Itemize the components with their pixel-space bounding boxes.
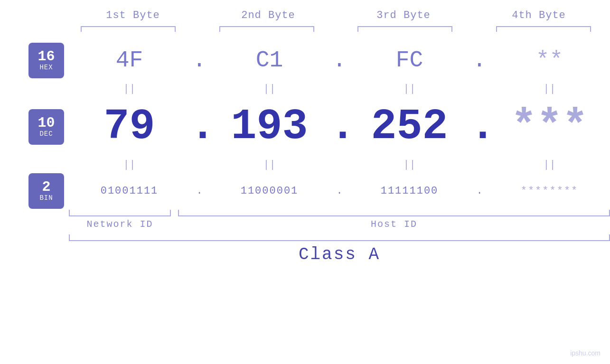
bracket-network-id <box>69 210 171 216</box>
dec-badge-label: DEC <box>39 130 53 138</box>
eq2-byte1-symbol: || <box>123 159 135 171</box>
eq1-byte3: || <box>349 83 470 95</box>
network-id-label: Network ID <box>69 219 171 230</box>
eq2-byte2: || <box>209 159 330 171</box>
bin-byte1-value: 01001111 <box>101 185 159 197</box>
bin-dot1: . <box>190 185 209 197</box>
dec-badge: 10 DEC <box>28 109 64 145</box>
hex-badge-spacer: 16 HEX <box>28 41 64 79</box>
eq2-byte2-symbol: || <box>263 159 275 171</box>
eq2-byte3-symbol: || <box>403 159 415 171</box>
bin-byte2: 11000001 <box>209 185 330 197</box>
eq1-byte3-symbol: || <box>403 83 415 95</box>
eq1-byte4: || <box>489 83 610 95</box>
dec-dot2: . <box>330 103 349 151</box>
bottom-brackets <box>69 210 610 216</box>
bin-byte4-value: ******** <box>521 185 579 197</box>
hex-byte1: 4F <box>69 47 190 73</box>
hex-byte2: C1 <box>209 47 330 73</box>
bin-dot2: . <box>330 185 349 197</box>
hex-byte2-value: C1 <box>256 47 283 73</box>
class-a-label: Class A <box>69 245 610 264</box>
top-brackets <box>75 26 597 32</box>
hex-dot3: . <box>470 47 489 73</box>
bin-badge-number: 2 <box>42 180 50 194</box>
dec-byte4: *** <box>489 103 610 151</box>
id-labels: Network ID Host ID <box>69 219 610 230</box>
bin-byte4: ******** <box>489 185 610 197</box>
watermark: ipshu.com <box>570 349 601 357</box>
dec-byte4-value: *** <box>511 103 588 151</box>
dec-byte2-value: 193 <box>231 103 308 151</box>
dec-byte3: 252 <box>349 103 470 151</box>
eq2-byte4: || <box>489 159 610 171</box>
bracket-byte3 <box>357 26 452 32</box>
dec-byte3-value: 252 <box>371 103 448 151</box>
values-column: 4F . C1 . FC . ** <box>69 41 610 207</box>
eq2-byte1: || <box>69 159 190 171</box>
host-id-label: Host ID <box>178 219 610 230</box>
dec-badge-number: 10 <box>38 116 55 130</box>
bracket-byte2 <box>219 26 314 32</box>
bracket-byte1 <box>81 26 176 32</box>
byte-headers: 1st Byte 2nd Byte 3rd Byte 4th Byte <box>75 9 597 21</box>
eq1-byte1-symbol: || <box>123 83 135 95</box>
bracket-class-a <box>69 234 610 241</box>
bottom-section: Network ID Host ID Class A <box>69 210 610 264</box>
bin-byte3: 11111100 <box>349 185 470 197</box>
dec-byte1-value: 79 <box>103 103 155 151</box>
byte3-header: 3rd Byte <box>346 9 462 21</box>
dec-byte1: 79 <box>69 103 190 151</box>
eq1-row: || || || || <box>69 79 610 98</box>
eq1-byte2: || <box>209 83 330 95</box>
main-rows: 16 HEX 10 DEC 2 BIN <box>0 41 610 207</box>
eq2-byte4-symbol: || <box>543 159 555 171</box>
hex-byte3-value: FC <box>396 47 423 73</box>
eq1-byte2-symbol: || <box>263 83 275 95</box>
bin-byte2-value: 11000001 <box>241 185 299 197</box>
hex-badge: 16 HEX <box>28 43 64 78</box>
byte1-header: 1st Byte <box>75 9 191 21</box>
dec-row: 79 . 193 . 252 . *** <box>69 98 610 155</box>
badges-column: 16 HEX 10 DEC 2 BIN <box>0 41 69 207</box>
dec-dot1: . <box>190 103 209 151</box>
hex-row: 4F . C1 . FC . ** <box>69 41 610 79</box>
bin-byte3-value: 11111100 <box>381 185 439 197</box>
dec-dot3: . <box>470 103 489 151</box>
bin-byte1: 01001111 <box>69 185 190 197</box>
page-container: 1st Byte 2nd Byte 3rd Byte 4th Byte 16 H… <box>0 0 610 364</box>
bracket-byte4 <box>496 26 591 32</box>
bin-badge-label: BIN <box>39 194 53 202</box>
eq2-row: || || || || <box>69 155 610 174</box>
bin-badge-spacer: 2 BIN <box>28 174 64 207</box>
eq1-byte1: || <box>69 83 190 95</box>
byte2-header: 2nd Byte <box>210 9 327 21</box>
dec-badge-spacer: 10 DEC <box>28 98 64 155</box>
eq2-byte3: || <box>349 159 470 171</box>
bin-badge: 2 BIN <box>28 173 64 209</box>
hex-byte4: ** <box>489 47 610 73</box>
bin-row: 01001111 . 11000001 . 11111100 . <box>69 174 610 207</box>
byte4-header: 4th Byte <box>481 9 597 21</box>
hex-byte1-value: 4F <box>116 47 143 73</box>
hex-badge-number: 16 <box>38 49 55 64</box>
hex-dot2: . <box>330 47 349 73</box>
eq1-byte4-symbol: || <box>543 83 555 95</box>
dec-byte2: 193 <box>209 103 330 151</box>
hex-dot1: . <box>190 47 209 73</box>
hex-badge-label: HEX <box>39 64 53 71</box>
bracket-host-id <box>178 210 610 216</box>
bin-dot3: . <box>470 185 489 197</box>
hex-byte3: FC <box>349 47 470 73</box>
hex-byte4-value: ** <box>536 47 563 73</box>
